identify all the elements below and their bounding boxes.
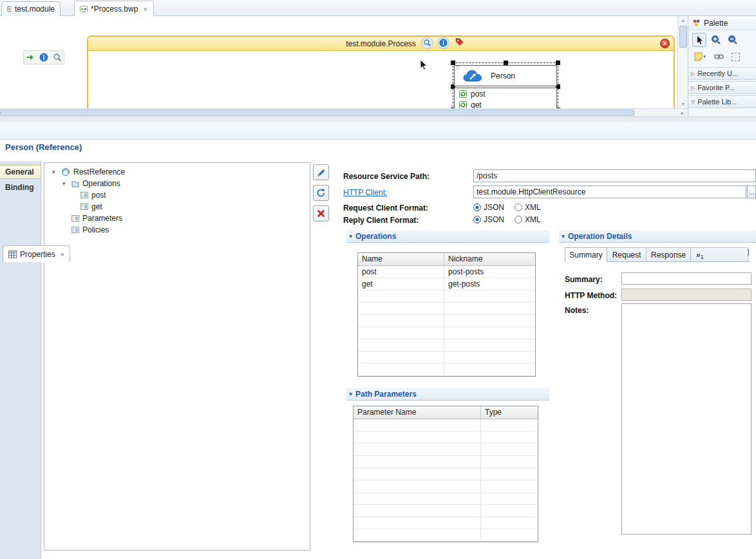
reply-xml-radio[interactable] <box>515 216 522 223</box>
table-row-empty[interactable] <box>358 339 535 352</box>
request-json-radio[interactable] <box>473 204 481 211</box>
resize-handle[interactable] <box>556 61 560 65</box>
table-row[interactable]: post post-posts <box>358 266 535 278</box>
editor-tab-process[interactable]: *Process.bwp × <box>74 1 154 16</box>
scroll-up-icon[interactable]: ▲ <box>678 18 688 23</box>
tree-item-post[interactable]: post <box>44 189 310 201</box>
breakpoint-tag-icon[interactable] <box>455 37 464 49</box>
select-tool[interactable] <box>692 33 706 47</box>
browse-button[interactable]: ... <box>747 185 756 198</box>
side-tab-binding[interactable]: Binding <box>0 181 41 195</box>
vertical-scrollbar[interactable]: ▲ ▼ <box>677 16 688 108</box>
tree-item-parameters[interactable]: Parameters <box>44 213 310 224</box>
link-tool[interactable] <box>712 50 726 64</box>
process-header[interactable]: test.module.Process × <box>88 37 674 51</box>
close-icon[interactable]: × <box>61 251 64 258</box>
table-row-empty[interactable] <box>354 444 538 456</box>
palette-section-library[interactable]: ▽ Palette Lib... <box>688 95 756 108</box>
zoom-in-tool[interactable] <box>709 33 723 47</box>
edit-operation-button[interactable] <box>313 164 329 180</box>
delete-button[interactable] <box>313 205 329 222</box>
tree-item-policies[interactable]: Policies <box>44 224 310 236</box>
table-row-empty[interactable] <box>358 327 535 339</box>
tab-overflow[interactable]: » 1 <box>690 247 748 262</box>
magnifier-icon[interactable] <box>53 53 62 62</box>
column-header[interactable]: Parameter Name <box>354 406 481 419</box>
refresh-operations-button[interactable] <box>313 185 329 201</box>
person-element[interactable]: ▽ Person <box>454 65 557 86</box>
scrollbar-thumb[interactable] <box>0 109 634 116</box>
path-parameters-section-header[interactable]: ▾ Path Parameters <box>346 388 549 401</box>
section-twistie-icon[interactable]: ▾ <box>562 232 565 240</box>
table-row[interactable]: get get-posts <box>358 278 535 290</box>
twistie-icon[interactable]: ▾ <box>62 180 68 187</box>
person-selection[interactable]: ▽ Person post get <box>453 62 558 110</box>
scroll-down-icon[interactable]: ▼ <box>678 102 688 106</box>
request-json-option[interactable]: JSON <box>473 203 504 212</box>
request-xml-option[interactable]: XML <box>515 203 541 212</box>
inspect-magnifier-icon[interactable] <box>421 37 433 49</box>
http-client-link[interactable]: HTTP Client: <box>343 188 387 197</box>
palette-section-favorite[interactable]: ▷ Favorite P... <box>688 81 756 94</box>
resize-handle[interactable] <box>451 61 455 65</box>
table-row-empty[interactable] <box>354 431 538 444</box>
table-row-empty[interactable] <box>354 505 538 517</box>
table-row-empty[interactable] <box>354 517 538 529</box>
column-header[interactable]: Nickname <box>444 253 535 265</box>
table-row-empty[interactable] <box>354 480 538 493</box>
close-icon[interactable]: × <box>143 5 147 13</box>
tab-request[interactable]: Request <box>607 247 647 262</box>
editor-tab-test-module[interactable]: test.module <box>1 1 61 16</box>
table-row-empty[interactable] <box>354 419 538 431</box>
run-arrow-icon[interactable] <box>26 53 35 62</box>
table-row-empty[interactable] <box>354 529 538 542</box>
note-dropdown-icon[interactable]: ▾ <box>703 54 706 59</box>
column-header[interactable]: Name <box>358 253 444 265</box>
table-row-empty[interactable] <box>354 456 538 468</box>
request-xml-radio[interactable] <box>515 204 522 211</box>
reply-json-radio[interactable] <box>473 216 481 223</box>
table-row-empty[interactable] <box>358 315 535 327</box>
summary-input[interactable] <box>621 272 751 285</box>
horizontal-sash[interactable] <box>0 117 756 122</box>
marquee-tool[interactable] <box>728 50 742 64</box>
table-row-empty[interactable] <box>358 303 535 315</box>
operations-section-header[interactable]: ▾ Operations <box>346 230 549 243</box>
section-twistie-icon[interactable]: ▾ <box>349 232 352 240</box>
resource-service-path-input[interactable] <box>473 169 756 182</box>
side-tab-general[interactable]: General <box>0 165 41 179</box>
tree-item-operations[interactable]: ▾ Operations <box>44 178 310 189</box>
process-canvas[interactable]: test.module.Process × ▽ <box>0 16 677 108</box>
tab-response[interactable]: Response <box>646 247 691 262</box>
tab-properties[interactable]: Properties × <box>3 245 70 262</box>
person-operations-box[interactable]: post get <box>454 88 557 110</box>
table-row-empty[interactable] <box>354 493 538 505</box>
reply-json-option[interactable]: JSON <box>473 215 504 224</box>
zoom-out-tool[interactable] <box>726 33 740 47</box>
reply-xml-option[interactable]: XML <box>515 215 541 224</box>
note-tool[interactable]: ▾ <box>691 50 709 64</box>
resize-handle[interactable] <box>504 61 508 65</box>
tree-item-get[interactable]: get <box>44 201 310 213</box>
tab-summary[interactable]: Summary <box>565 247 607 262</box>
info-icon[interactable] <box>39 53 48 62</box>
twistie-icon[interactable]: ▾ <box>52 169 58 175</box>
table-row-empty[interactable] <box>358 364 535 376</box>
tree-item-restreference[interactable]: ▾ RestReference <box>44 166 310 178</box>
palette-section-recently-used[interactable]: ▷ Recently U... <box>688 67 756 80</box>
column-header[interactable]: Type <box>481 406 538 419</box>
notes-textarea[interactable] <box>621 303 751 535</box>
operation-row[interactable]: post <box>455 88 556 99</box>
http-client-input[interactable] <box>473 185 746 198</box>
table-row-empty[interactable] <box>358 352 535 364</box>
section-twistie-icon[interactable]: ▾ <box>349 390 352 397</box>
collapse-chevron-icon[interactable]: ▽ <box>456 65 459 70</box>
table-row-empty[interactable] <box>354 468 538 480</box>
scroll-right-icon[interactable]: ► <box>679 111 686 115</box>
process-close-icon[interactable]: × <box>660 39 670 48</box>
operation-details-section-header[interactable]: ▾ Operation Details <box>559 230 756 243</box>
table-row-empty[interactable] <box>358 290 535 303</box>
scrollbar-thumb[interactable] <box>679 26 687 48</box>
horizontal-scrollbar[interactable]: ► <box>0 108 688 117</box>
palette-header[interactable]: Palette <box>688 16 756 30</box>
